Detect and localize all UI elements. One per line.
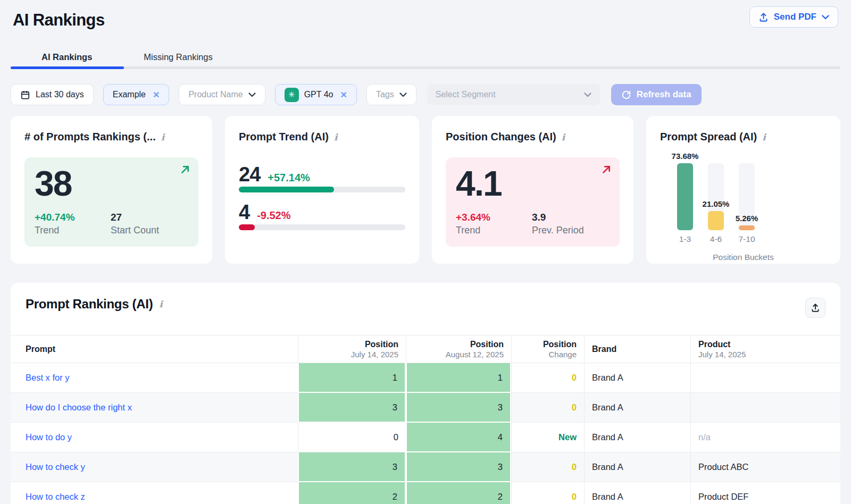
table-header-bar: Prompt Rankings (AI) i [11, 283, 840, 335]
bar-value-label: 73.68% [672, 152, 699, 161]
prompt-spread-chart: 73.68% 1-3 21.05% 4-6 5.26% 7-10 [677, 163, 827, 230]
position-change-cell: New [511, 423, 584, 452]
table-row: How do I choose the right x 3 3 0 Brand … [11, 393, 840, 423]
position-change-cell: 0 [511, 452, 584, 482]
segment-select[interactable]: Select Segment [427, 84, 600, 105]
product-name-dropdown[interactable]: Product Name [179, 84, 265, 105]
bar-value-label: 21.05% [703, 199, 730, 208]
info-icon[interactable]: i [762, 132, 765, 142]
card-title: Position Changes (AI) i [446, 131, 620, 143]
remove-example-icon[interactable]: ✕ [153, 90, 160, 100]
position-aug-cell: 2 [406, 482, 511, 504]
info-icon[interactable]: i [334, 132, 337, 142]
position-changes-box: 4.1 +3.64% Trend 3.9 Prev. Period [446, 157, 620, 247]
bar-fill [708, 211, 724, 230]
tags-dropdown[interactable]: Tags [366, 84, 416, 105]
trend-value: +3.64% [456, 212, 532, 223]
product-cell: n/a [690, 423, 840, 452]
tab-ai-rankings[interactable]: AI Rankings [41, 52, 92, 66]
filter-bar: Last 30 days Example ✕ Product Name ✳ GP… [11, 84, 840, 105]
card-position-changes: Position Changes (AI) i 4.1 +3.64% Trend… [432, 116, 633, 264]
trend-up-icon [180, 165, 190, 177]
position-jul-cell: 3 [298, 452, 406, 482]
bucket-bar-1-3: 73.68% 1-3 [677, 163, 693, 230]
prev-period-stat: 3.9 Prev. Period [532, 212, 608, 236]
refresh-data-button[interactable]: Refresh data [611, 84, 702, 105]
prompt-link[interactable]: How to check y [26, 462, 85, 472]
product-cell [690, 363, 840, 393]
example-chip-label: Example [113, 90, 146, 99]
position-change-cell: 0 [511, 482, 584, 504]
date-range-label: Last 30 days [36, 90, 84, 99]
bar-fill [677, 163, 693, 230]
current-trend-row: 24 +57.14% [239, 164, 405, 184]
col-header-position-change[interactable]: PositionChange [511, 335, 584, 363]
bar-category-label: 4-6 [710, 234, 722, 244]
example-filter-chip[interactable]: Example ✕ [103, 84, 170, 105]
info-icon[interactable]: i [159, 299, 162, 309]
col-header-brand[interactable]: Brand [584, 335, 690, 363]
position-jul-cell: 0 [298, 423, 406, 452]
previous-pct: -9.52% [257, 209, 290, 222]
refresh-data-label: Refresh data [637, 89, 691, 100]
prompts-rankings-value: 38 [35, 168, 187, 199]
send-pdf-button[interactable]: Send PDF [749, 6, 838, 28]
col-header-product[interactable]: ProductJuly 14, 2025 [690, 335, 840, 363]
model-filter-chip[interactable]: ✳ GPT 4o ✕ [275, 84, 357, 105]
trend-label: Trend [35, 225, 111, 236]
bucket-bar-4-6: 21.05% 4-6 [708, 163, 724, 230]
trend-label: Trend [456, 225, 532, 236]
position-changes-value: 4.1 [456, 168, 608, 199]
brand-cell: Brand A [584, 452, 690, 482]
product-cell: Product DEF [690, 482, 840, 504]
col-header-position-jul[interactable]: PositionJuly 14, 2025 [298, 335, 406, 363]
card-title-text: Prompt Spread (AI) [660, 131, 757, 143]
tags-label: Tags [376, 90, 394, 99]
chart-caption: Position Buckets [660, 253, 827, 262]
model-chip-label: GPT 4o [304, 90, 333, 99]
card-prompts-rankings: # of Prompts Rankings (... i 38 +40.74% … [11, 116, 212, 264]
prev-period-value: 3.9 [532, 212, 608, 223]
card-title-text: Prompt Trend (AI) [239, 131, 329, 143]
prompt-rankings-table-card: Prompt Rankings (AI) i Prompt PositionJu… [11, 283, 840, 504]
brand-cell: Brand A [584, 393, 690, 423]
export-button[interactable] [805, 298, 825, 318]
prompt-link[interactable]: How to check z [26, 492, 85, 501]
calendar-icon [20, 90, 30, 100]
table-row: Best x for y 1 1 0 Brand A [11, 363, 840, 393]
prompt-link[interactable]: Best x for y [26, 373, 70, 382]
date-range-button[interactable]: Last 30 days [11, 84, 94, 105]
card-title-text: # of Prompts Rankings (... [24, 131, 156, 143]
position-aug-cell: 3 [406, 393, 511, 423]
trend-stat: +3.64% Trend [456, 212, 532, 236]
col-header-prompt[interactable]: Prompt [11, 335, 298, 363]
tab-missing-rankings[interactable]: Missing Rankings [144, 52, 212, 66]
card-prompt-spread: Prompt Spread (AI) i 73.68% 1-3 21.05% 4… [646, 116, 840, 264]
openai-icon: ✳ [285, 88, 299, 102]
current-pct: +57.14% [268, 172, 310, 184]
info-icon[interactable]: i [161, 132, 164, 142]
product-name-label: Product Name [188, 90, 243, 99]
remove-model-icon[interactable]: ✕ [340, 90, 347, 100]
info-icon[interactable]: i [562, 132, 565, 142]
start-count-value: 27 [111, 212, 187, 223]
card-title: Prompt Spread (AI) i [660, 131, 827, 143]
table-title: Prompt Rankings (AI) i [26, 297, 163, 312]
prompt-link[interactable]: How to do y [26, 432, 72, 442]
table-header-row: Prompt PositionJuly 14, 2025 PositionAug… [11, 335, 840, 363]
position-change-cell: 0 [511, 363, 584, 393]
card-prompt-trend: Prompt Trend (AI) i 24 +57.14% 4 -9.52% [225, 116, 419, 264]
tab-bar: AI Rankings Missing Rankings [11, 52, 840, 66]
previous-trend-row: 4 -9.52% [239, 202, 405, 222]
product-cell: Product ABC [690, 452, 840, 482]
bar-fill [739, 225, 755, 230]
table-row: How to check z 2 2 0 Brand A Product DEF [11, 482, 840, 504]
previous-progress-track [239, 224, 405, 230]
current-progress-track [239, 187, 405, 192]
table-row: How to check y 3 3 0 Brand A Product ABC [11, 452, 840, 482]
prompt-link[interactable]: How do I choose the right x [26, 402, 132, 412]
bar-category-label: 1-3 [679, 234, 691, 244]
prev-period-label: Prev. Period [532, 225, 608, 236]
col-header-position-aug[interactable]: PositionAugust 12, 2025 [406, 335, 511, 363]
position-jul-cell: 1 [298, 363, 406, 393]
